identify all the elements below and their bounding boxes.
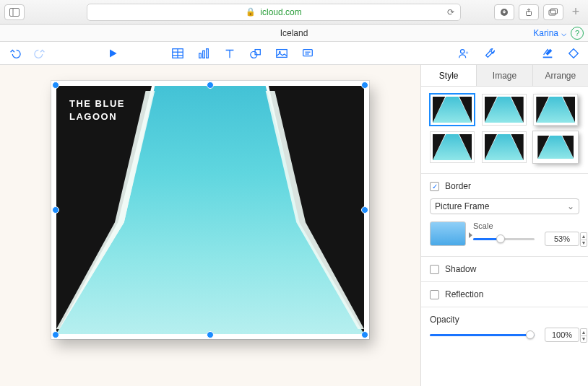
- style-preset-2[interactable]: [482, 94, 527, 126]
- tools-button[interactable]: [483, 46, 497, 61]
- insert-image-button[interactable]: [274, 46, 289, 61]
- scale-slider[interactable]: [473, 234, 535, 244]
- help-button[interactable]: ?: [571, 27, 584, 40]
- tab-image[interactable]: Image: [477, 65, 532, 86]
- user-name: Karina: [533, 28, 558, 38]
- scale-label: Scale: [473, 221, 579, 230]
- opacity-slider[interactable]: [430, 330, 535, 340]
- play-button[interactable]: [105, 46, 120, 61]
- opacity-stepper[interactable]: ▲▼: [580, 328, 587, 343]
- svg-point-16: [279, 51, 281, 53]
- scale-value-field[interactable]: 53% ▲▼: [545, 232, 579, 246]
- image-caption: THE BLUE LAGOON: [69, 97, 125, 123]
- style-preset-6[interactable]: [533, 131, 578, 163]
- selected-image[interactable]: THE BLUE LAGOON: [51, 81, 369, 339]
- address-bar[interactable]: 🔒 icloud.com ⟳: [87, 4, 461, 21]
- reload-icon[interactable]: ⟳: [447, 7, 454, 17]
- tab-style[interactable]: Style: [421, 65, 477, 86]
- downloads-button[interactable]: [494, 4, 514, 20]
- share-button[interactable]: [519, 4, 539, 20]
- lock-icon: 🔒: [246, 7, 256, 17]
- reflection-checkbox[interactable]: [430, 290, 439, 299]
- chevron-down-icon: ⌄: [567, 201, 574, 211]
- style-preset-1[interactable]: [430, 94, 475, 126]
- scale-stepper[interactable]: ▲▼: [580, 232, 587, 247]
- svg-rect-15: [277, 49, 287, 57]
- border-type-value: Picture Frame: [435, 201, 489, 211]
- redo-button[interactable]: [33, 46, 48, 61]
- resize-handle-tl[interactable]: [52, 82, 59, 89]
- reflection-label: Reflection: [445, 289, 483, 299]
- tab-arrange[interactable]: Arrange: [533, 65, 588, 86]
- border-type-select[interactable]: Picture Frame ⌄: [430, 198, 579, 214]
- toolbar: [0, 42, 588, 65]
- format-inspector: Style Image Arrange Border Picture Frame: [420, 65, 588, 386]
- resize-handle-tm[interactable]: [207, 82, 214, 89]
- resize-handle-mr[interactable]: [361, 206, 368, 214]
- browser-chrome: 🔒 icloud.com ⟳ +: [0, 0, 588, 25]
- style-preset-5[interactable]: [482, 131, 527, 163]
- style-preset-3[interactable]: [533, 94, 578, 126]
- resize-handle-bm[interactable]: [207, 331, 214, 338]
- style-presets: [430, 94, 579, 163]
- svg-rect-0: [10, 8, 20, 16]
- address-url: icloud.com: [260, 7, 301, 17]
- format-button[interactable]: [540, 46, 555, 61]
- svg-rect-12: [207, 48, 209, 58]
- svg-rect-10: [199, 53, 202, 58]
- sidebar-toggle-button[interactable]: [4, 4, 25, 20]
- shadow-checkbox[interactable]: [430, 265, 439, 274]
- border-label: Border: [445, 181, 471, 191]
- border-checkbox[interactable]: [430, 182, 439, 191]
- opacity-label: Opacity: [430, 315, 459, 325]
- insert-text-button[interactable]: [222, 46, 237, 61]
- slide-canvas[interactable]: THE BLUE LAGOON: [0, 65, 420, 386]
- resize-handle-ml[interactable]: [52, 206, 59, 214]
- undo-button[interactable]: [7, 46, 22, 61]
- shadow-label: Shadow: [445, 264, 476, 274]
- document-title: Iceland: [280, 28, 308, 38]
- title-bar: Iceland Karina ⌵ ?: [0, 25, 588, 42]
- user-menu[interactable]: Karina ⌵: [533, 28, 566, 38]
- insert-chart-button[interactable]: [196, 46, 211, 61]
- resize-handle-br[interactable]: [361, 331, 368, 338]
- tabs-button[interactable]: [543, 4, 563, 20]
- svg-rect-4: [549, 10, 555, 15]
- svg-rect-11: [203, 51, 205, 58]
- insert-comment-button[interactable]: [301, 46, 315, 61]
- chevron-down-icon: ⌵: [561, 28, 566, 38]
- opacity-value-field[interactable]: 100% ▲▼: [545, 328, 579, 342]
- svg-rect-5: [551, 9, 558, 14]
- style-preset-4[interactable]: [430, 131, 475, 163]
- frame-style-swatch[interactable]: [430, 221, 466, 246]
- new-tab-button[interactable]: +: [568, 4, 584, 20]
- insert-table-button[interactable]: [170, 46, 185, 61]
- resize-handle-tr[interactable]: [361, 82, 368, 89]
- image-content: [56, 86, 364, 334]
- svg-point-20: [461, 49, 464, 53]
- resize-handle-bl[interactable]: [52, 331, 59, 338]
- insert-shape-button[interactable]: [248, 46, 263, 61]
- svg-rect-17: [303, 49, 313, 56]
- animate-button[interactable]: [566, 46, 581, 61]
- collaborate-button[interactable]: [457, 46, 471, 61]
